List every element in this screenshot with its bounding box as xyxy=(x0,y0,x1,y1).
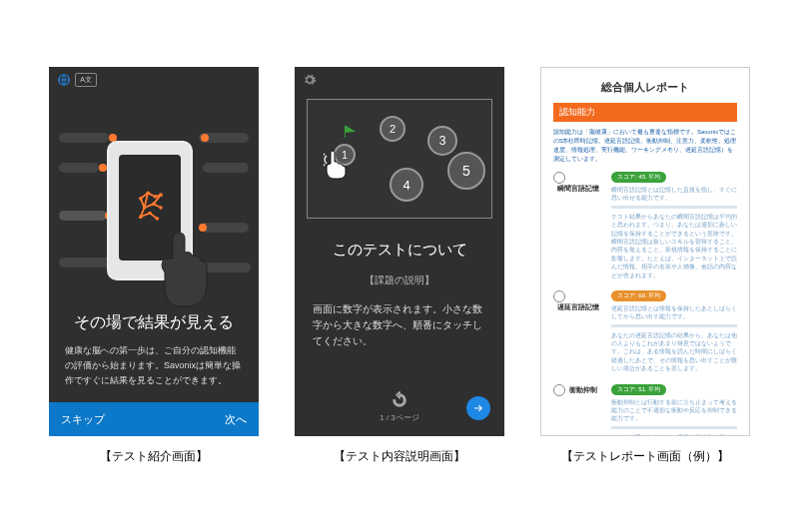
brain-icon xyxy=(128,186,172,230)
intro-footer: スキップ 次へ xyxy=(49,402,259,436)
number-2[interactable]: 2 xyxy=(380,116,405,142)
gear-icon[interactable] xyxy=(303,73,317,87)
svg-point-3 xyxy=(154,195,158,199)
intro-illustration xyxy=(49,93,259,312)
explain-subtitle: 【課題の説明】 xyxy=(295,273,504,287)
skip-button[interactable]: スキップ xyxy=(61,412,105,427)
language-badge[interactable]: A文 xyxy=(75,73,97,87)
svg-point-9 xyxy=(148,212,152,216)
svg-point-10 xyxy=(156,217,160,221)
next-arrow-button[interactable] xyxy=(466,396,490,420)
section-para: テスト結果からあなたの瞬間言語記憶は平均的と思われます。つまり、あなたは適切に新… xyxy=(611,213,737,279)
flag-icon xyxy=(344,126,358,138)
score-pill: スコア: 51. 平均 xyxy=(611,384,666,395)
globe-icon xyxy=(57,73,71,87)
arrow-right-icon xyxy=(472,402,484,414)
hand-icon xyxy=(157,233,217,308)
section-para: 瞬間言語記憶とは記憶した直後を指し、すぐに思い出せる能力です。 xyxy=(611,186,737,203)
svg-point-6 xyxy=(152,203,156,207)
intro-title: その場で結果が見える xyxy=(65,312,243,333)
section-para: あなたの遅延言語記憶の結果から、あなたは他の人よりもこれがあまり得意ではないよう… xyxy=(611,331,737,373)
col-explain: 1 2 3 4 5 このテストについて 【課題の説明】 画面に数字が表示されます… xyxy=(295,67,504,465)
section-name: 瞬間言語記憶 xyxy=(557,184,599,194)
explain-body: 画面に数字が表示されます。小さな数字から大きな数字へ、順番にタッチしてください。 xyxy=(295,301,504,349)
screen-intro: A文 xyxy=(49,67,259,436)
caption-explain: 【テスト内容説明画面】 xyxy=(334,448,465,465)
svg-point-8 xyxy=(139,215,143,219)
report-section: 遅延言語記憶 スコア: 60. 平均 遅延言語記憶とは情報を保持したあとしばらく… xyxy=(553,290,737,376)
section-name: 遅延言語記憶 xyxy=(557,302,599,312)
screen-explain: 1 2 3 4 5 このテストについて 【課題の説明】 画面に数字が表示されます… xyxy=(295,67,504,436)
caption-report: 【テストレポート画面（例）】 xyxy=(561,448,729,465)
number-3[interactable]: 3 xyxy=(427,126,457,156)
clock-icon xyxy=(553,384,565,396)
screen-report: 総合個人レポート 認知能力 認知能力は「脳健康」において最も重要な指標です。Sa… xyxy=(540,67,750,436)
caption-intro: 【テスト紹介画面】 xyxy=(100,448,208,465)
section-para: テスト結果からあなたの反応は平均的と思われます。つまり、物事に対しての衝動、新し… xyxy=(611,433,737,436)
report-section: 衝動抑制 スコア: 51. 平均 衝動抑制とは行動する前に立ち止まって考える能力… xyxy=(553,384,737,436)
explain-topbar xyxy=(295,67,504,93)
refresh-icon[interactable] xyxy=(391,391,408,409)
screenshot-row: A文 xyxy=(49,67,750,465)
number-5[interactable]: 5 xyxy=(447,152,485,190)
svg-point-5 xyxy=(143,206,147,210)
col-report: 総合個人レポート 認知能力 認知能力は「脳健康」において最も重要な指標です。Sa… xyxy=(540,67,750,465)
demo-box: 1 2 3 4 5 xyxy=(307,99,492,219)
hand-pointer-icon xyxy=(324,150,350,180)
pager: 1 / 3ページ xyxy=(295,386,504,436)
report-section: 瞬間言語記憶 スコア: 45. 平均 瞬間言語記憶とは記憶した直後を指し、すぐに… xyxy=(553,172,737,282)
section-para: 遅延言語記憶とは情報を保持したあとしばらくしてから思い出す能力です。 xyxy=(611,304,737,321)
intro-description: 健康な脳への第一歩は、ご自分の認知機能の評価から始まります。Savonixは簡単… xyxy=(65,343,243,388)
section-para: 衝動抑制とは行動する前に立ち止まって考える能力のことで不適切な衝動や反応を抑制で… xyxy=(611,398,737,423)
report-banner: 認知能力 xyxy=(553,103,737,122)
col-intro: A文 xyxy=(49,67,259,465)
section-name: 衝動抑制 xyxy=(569,385,597,395)
page-indicator: 1 / 3ページ xyxy=(380,412,419,423)
number-4[interactable]: 4 xyxy=(390,168,423,202)
score-pill: スコア: 60. 平均 xyxy=(611,290,666,301)
clock-icon xyxy=(553,290,565,302)
svg-point-4 xyxy=(159,193,163,197)
next-button[interactable]: 次へ xyxy=(225,412,247,427)
clock-icon xyxy=(553,172,565,184)
explain-title: このテストについて xyxy=(295,241,504,260)
svg-point-2 xyxy=(146,192,150,196)
svg-point-1 xyxy=(139,197,143,201)
report-intro: 認知能力は「脳健康」において最も重要な指標です。Savonixではこの5本柱即時… xyxy=(553,128,737,164)
report-title: 総合個人レポート xyxy=(553,80,737,95)
svg-point-7 xyxy=(159,206,163,210)
score-pill: スコア: 45. 平均 xyxy=(611,172,666,183)
intro-topbar: A文 xyxy=(49,67,259,93)
